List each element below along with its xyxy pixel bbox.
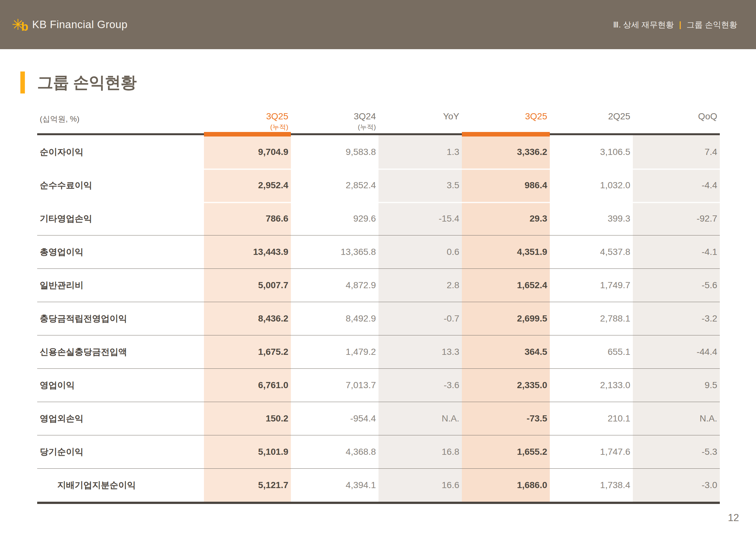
cell-3q24-cum: 13,365.8 [291,247,378,257]
cell-3q25-cum: 13,443.9 [204,247,291,257]
cell-yoy: -15.4 [378,213,462,224]
table-row: 기타영업손익 786.6 929.6 -15.4 29.3 399.3 -92.… [37,202,720,235]
cell-3q25-quarter: 3,336.2 [462,147,550,157]
cell-3q24-cum: 8,492.9 [291,313,378,324]
cell-qoq: -4.1 [633,247,720,257]
row-divider-light [378,169,462,170]
table-row: 총영업이익 13,443.9 13,365.8 0.6 4,351.9 4,53… [37,235,720,268]
cell-qoq: -5.3 [633,447,720,457]
row-divider-light [462,202,550,203]
row-divider-light [462,169,550,170]
row-divider-light [204,169,291,170]
table-bottom-border [37,502,720,504]
col-header-sublabel: (누적) [270,123,288,132]
cell-qoq: -5.6 [633,280,720,291]
cell-3q25-cum: 5,121.7 [204,480,291,491]
cell-2q25: 1,738.4 [550,480,633,491]
cell-yoy: -0.7 [378,313,462,324]
cell-3q24-cum: 4,368.8 [291,447,378,457]
row-label: 당기순이익 [37,446,204,458]
table-row: 충당금적립전영업이익 8,436.2 8,492.9 -0.7 2,699.5 … [37,302,720,335]
cell-2q25: 655.1 [550,347,633,357]
row-label: 영업외손익 [37,413,204,424]
cell-yoy: 0.6 [378,247,462,257]
table-row: 신용손실충당금전입액 1,675.2 1,479.2 13.3 364.5 65… [37,335,720,368]
cell-3q25-cum: 5,101.9 [204,447,291,457]
col-header-2q25: 2Q25 [550,107,633,133]
row-label: 기타영업손익 [37,213,204,224]
breadcrumb: Ⅲ. 상세 재무현황 | 그룹 손익현황 [613,19,737,30]
col-header-3q25-quarter: 3Q25 [462,107,550,133]
cell-qoq: -92.7 [633,213,720,224]
cell-2q25: 1,032.0 [550,180,633,190]
col-header-3q24-cum: 3Q24 (누적) [291,107,378,133]
cell-2q25: 210.1 [550,413,633,424]
row-label: 지배기업지분순이익 [37,479,204,491]
cell-yoy: N.A. [378,413,462,424]
breadcrumb-page: 그룹 손익현황 [687,19,737,30]
cell-3q24-cum: 4,872.9 [291,280,378,291]
cell-2q25: 3,106.5 [550,147,633,157]
top-header-bar: ✳ b KB Financial Group Ⅲ. 상세 재무현황 | 그룹 손… [0,0,756,49]
cell-yoy: 16.6 [378,480,462,491]
table-body: 순이자이익 9,704.9 9,583.8 1.3 3,336.2 3,106.… [37,135,720,502]
unit-label-cell: (십억원, %) [37,107,204,133]
row-label: 순수수료이익 [37,180,204,191]
cell-2q25: 1,749.7 [550,280,633,291]
row-divider-light [378,202,462,203]
breadcrumb-section: Ⅲ. 상세 재무현황 [613,19,674,30]
row-label: 영업이익 [37,380,204,391]
cell-3q24-cum: 4,394.1 [291,480,378,491]
col-header-label: 3Q24 [354,111,376,122]
cell-3q25-quarter: 2,335.0 [462,380,550,390]
row-label: 순이자이익 [37,146,204,158]
col-header-yoy: YoY [378,107,462,133]
cell-yoy: -3.6 [378,380,462,390]
col-header-qoq: QoQ [633,107,720,133]
cell-yoy: 1.3 [378,147,462,157]
income-statement-table: (십억원, %) 3Q25 (누적) 3Q24 (누적) YoY 3Q25 2Q… [37,107,720,504]
cell-2q25: 2,133.0 [550,380,633,390]
cell-3q25-quarter: 986.4 [462,180,550,190]
cell-3q25-quarter: 364.5 [462,347,550,357]
row-label: 총영업이익 [37,246,204,258]
cell-3q25-quarter: 29.3 [462,213,550,224]
cell-3q25-quarter: 2,699.5 [462,313,550,324]
cell-qoq: -3.0 [633,480,720,491]
cell-qoq: 9.5 [633,380,720,390]
table-row: 당기순이익 5,101.9 4,368.8 16.8 1,655.2 1,747… [37,435,720,468]
row-divider-light [204,202,291,203]
table-row: 영업이익 6,761.0 7,013.7 -3.6 2,335.0 2,133.… [37,368,720,402]
row-label: 신용손실충당금전입액 [37,346,204,358]
cell-2q25: 399.3 [550,213,633,224]
cell-qoq: -3.2 [633,313,720,324]
cell-3q25-cum: 5,007.7 [204,280,291,291]
cell-3q24-cum: 9,583.8 [291,147,378,157]
kb-b-glyph: b [21,21,28,33]
breadcrumb-divider: | [679,20,681,30]
kb-logo: ✳ b KB Financial Group [12,16,128,33]
cell-qoq: -44.4 [633,347,720,357]
col-header-3q25-cum: 3Q25 (누적) [204,107,291,133]
cell-3q24-cum: 929.6 [291,213,378,224]
table-row: 일반관리비 5,007.7 4,872.9 2.8 1,652.4 1,749.… [37,268,720,302]
cell-3q25-cum: 8,436.2 [204,313,291,324]
row-divider-light [633,202,720,203]
cell-3q25-cum: 786.6 [204,213,291,224]
cell-3q25-quarter: 1,655.2 [462,447,550,457]
cell-3q25-cum: 6,761.0 [204,380,291,390]
title-block: 그룹 손익현황 [20,71,136,94]
cell-3q25-cum: 150.2 [204,413,291,424]
table-row: 영업외손익 150.2 -954.4 N.A. -73.5 210.1 N.A. [37,402,720,435]
cell-3q25-cum: 9,704.9 [204,147,291,157]
cell-3q24-cum: 2,852.4 [291,180,378,190]
unit-label: (십억원, %) [40,114,79,124]
col-header-sublabel: (누적) [358,123,376,132]
col-header-label: YoY [443,111,459,122]
table-header-row: (십억원, %) 3Q25 (누적) 3Q24 (누적) YoY 3Q25 2Q… [37,107,720,133]
page-title: 그룹 손익현황 [37,72,136,94]
table-row: 순이자이익 9,704.9 9,583.8 1.3 3,336.2 3,106.… [37,135,720,169]
cell-3q25-quarter: -73.5 [462,413,550,424]
cell-2q25: 2,788.1 [550,313,633,324]
col-header-label: 3Q25 [266,111,289,122]
